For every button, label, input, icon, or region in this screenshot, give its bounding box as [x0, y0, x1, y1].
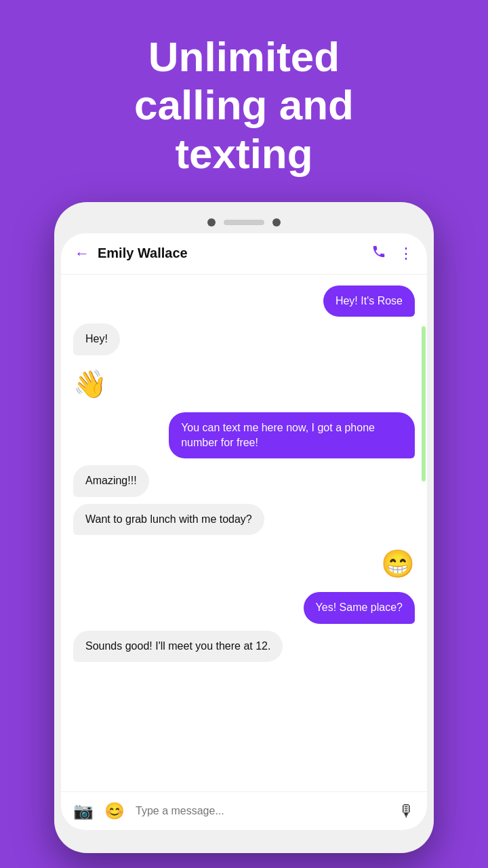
message-bubble-7: 😁: [381, 542, 415, 585]
call-icon[interactable]: [371, 244, 386, 263]
message-input[interactable]: [136, 805, 388, 817]
hero-line1: Unlimited: [148, 33, 340, 80]
message-bubble-9: Sounds good! I'll meet you there at 12.: [73, 631, 283, 662]
phone-frame: ← Emily Wallace ⋮ Hey! It's Rose Hey!: [54, 202, 434, 853]
speaker: [224, 220, 264, 225]
camera-dot-left: [207, 218, 216, 226]
messages-area: Hey! It's Rose Hey! 👋 You can text me he…: [61, 275, 427, 791]
message-bubble-4: You can text me here now, I got a phone …: [169, 412, 415, 459]
hero-line2: calling and: [134, 81, 354, 128]
message-bubble-8: Yes! Same place?: [304, 592, 415, 623]
message-bubble-6: Want to grab lunch with me today?: [73, 504, 264, 535]
mic-icon[interactable]: 🎙: [399, 802, 415, 821]
hero-section: Unlimited calling and texting: [94, 0, 394, 202]
camera-icon[interactable]: 📷: [73, 802, 94, 821]
chat-header: ← Emily Wallace ⋮: [61, 233, 427, 275]
more-options-icon[interactable]: ⋮: [399, 245, 413, 262]
message-bubble-2: Hey!: [73, 323, 120, 355]
contact-name: Emily Wallace: [98, 245, 363, 261]
phone-notch: [61, 209, 427, 233]
emoji-picker-icon[interactable]: 😊: [104, 802, 125, 821]
message-bubble-5: Amazing!!!: [73, 465, 149, 496]
camera-dot-right: [272, 218, 281, 226]
back-button[interactable]: ←: [75, 245, 89, 262]
message-bubble-3: 👋: [73, 362, 107, 406]
hero-line3: texting: [175, 130, 312, 177]
header-icons: ⋮: [371, 244, 413, 263]
scrollbar-indicator: [422, 326, 426, 481]
input-area: 📷 😊 🎙: [61, 791, 427, 830]
phone-screen: ← Emily Wallace ⋮ Hey! It's Rose Hey!: [61, 233, 427, 830]
message-bubble-1: Hey! It's Rose: [323, 285, 415, 317]
